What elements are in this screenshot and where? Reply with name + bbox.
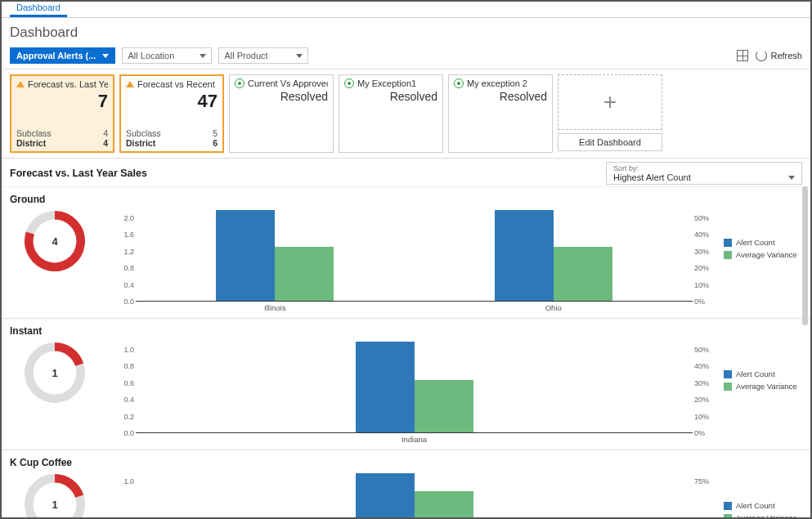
donut-chart: 1 (24, 473, 86, 519)
filter-row: Approval Alerts (... All Location All Pr… (2, 46, 810, 69)
alert-card[interactable]: Forecast vs Recent S...47Subclass5Distri… (119, 74, 224, 153)
tab-bar: Dashboard (2, 2, 810, 18)
chart-panel: Instant11.00.80.60.40.20.050%40%30%20%10… (2, 319, 810, 450)
add-card-button[interactable]: + (558, 74, 662, 130)
card-header: My Exception1 (344, 78, 437, 88)
bar-chart: 1.075%Alert CountAverage Variance (111, 473, 802, 519)
refresh-button[interactable]: Refresh (756, 50, 802, 61)
card-status: Resolved (454, 90, 547, 103)
sort-by-value: Highest Alert Count (613, 172, 691, 182)
chart-legend: Alert CountAverage Variance (724, 501, 802, 519)
chart-panel: Ground42.01.61.20.80.40.050%40%30%20%10%… (2, 187, 810, 319)
card-count: 47 (126, 91, 218, 112)
card-title: My exception 2 (467, 78, 527, 88)
alert-type-label: Approval Alerts (... (16, 51, 96, 60)
card-footer: Subclass5District6 (126, 128, 218, 148)
card-title: Current Vs Approved (248, 78, 328, 88)
refresh-label: Refresh (770, 51, 802, 60)
warning-icon (126, 81, 134, 87)
grid-view-icon[interactable] (736, 49, 749, 62)
panel-title: Ground (10, 194, 802, 205)
card-header: Forecast vs. Last Year... (16, 79, 108, 89)
card-header: Current Vs Approved (235, 78, 328, 88)
donut-chart: 4 (24, 210, 86, 272)
chevron-down-icon (102, 54, 109, 58)
card-header: My exception 2 (454, 78, 547, 88)
warning-icon (16, 81, 25, 87)
product-select[interactable]: All Product (218, 47, 308, 64)
chevron-down-icon (788, 176, 795, 180)
panel-title: Instant (10, 325, 802, 337)
refresh-icon (756, 50, 767, 61)
target-icon (454, 78, 464, 88)
section-title: Forecast vs. Last Year Sales (10, 168, 147, 179)
card-count: 7 (16, 91, 108, 112)
chart-panel: K Cup Coffee11.075%Alert CountAverage Va… (2, 450, 810, 519)
cards-row: Forecast vs. Last Year...7Subclass4Distr… (2, 69, 810, 158)
alert-card[interactable]: My exception 2Resolved (448, 74, 553, 153)
panel-title: K Cup Coffee (10, 457, 802, 468)
tab-dashboard[interactable]: Dashboard (10, 1, 67, 17)
chart-scroll-area[interactable]: Ground42.01.61.20.80.40.050%40%30%20%10%… (2, 186, 810, 519)
target-icon (344, 78, 354, 88)
chevron-down-icon (296, 54, 303, 58)
card-status: Resolved (344, 90, 437, 103)
location-select[interactable]: All Location (122, 47, 212, 64)
alert-card[interactable]: Current Vs ApprovedResolved (229, 74, 334, 153)
alert-type-dropdown[interactable]: Approval Alerts (... (10, 47, 115, 64)
chart-legend: Alert CountAverage Variance (724, 238, 802, 262)
bar-chart: 2.01.61.20.80.40.050%40%30%20%10%0%Illin… (111, 210, 802, 316)
donut-chart: 1 (24, 342, 86, 404)
card-title: My Exception1 (357, 78, 416, 88)
card-title: Forecast vs. Last Year... (28, 79, 108, 89)
card-footer: Subclass4District4 (16, 128, 108, 148)
section-header: Forecast vs. Last Year Sales Sort by: Hi… (2, 158, 810, 186)
alert-card[interactable]: Forecast vs. Last Year...7Subclass4Distr… (10, 74, 114, 153)
page-title: Dashboard (2, 18, 810, 46)
edit-dashboard-button[interactable]: Edit Dashboard (558, 133, 662, 151)
chevron-down-icon (200, 54, 206, 58)
target-icon (235, 78, 244, 88)
product-value: All Product (224, 51, 267, 60)
card-header: Forecast vs Recent S... (126, 79, 218, 89)
location-value: All Location (128, 51, 174, 60)
alert-card[interactable]: My Exception1Resolved (339, 74, 443, 153)
scrollbar-thumb[interactable] (802, 186, 808, 325)
bar-chart: 1.00.80.60.40.20.050%40%30%20%10%0%India… (111, 342, 802, 448)
chart-legend: Alert CountAverage Variance (724, 369, 802, 394)
card-title: Forecast vs Recent S... (137, 79, 218, 89)
sort-by-label: Sort by: (613, 164, 795, 172)
card-status: Resolved (235, 90, 328, 103)
sort-by-select[interactable]: Sort by: Highest Alert Count (606, 162, 802, 185)
